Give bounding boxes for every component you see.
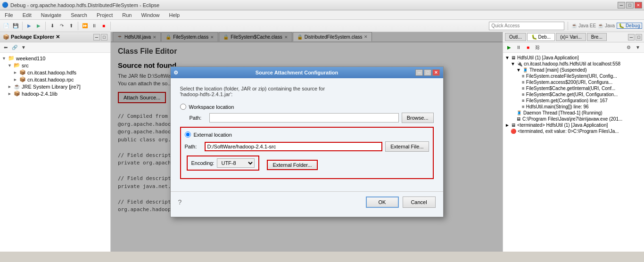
debug-label-frame-3: FileSystem$Cache.getInternal(URI, Conf..…: [526, 86, 616, 91]
menu-file[interactable]: File: [2, 11, 16, 19]
title-text: 🔵 Debug - org.apache.hadoop.hdfs.Distrib…: [2, 2, 159, 8]
tree-item-jre[interactable]: ► ☕ JRE System Library [jre7]: [2, 83, 108, 90]
ok-button[interactable]: OK: [366, 196, 399, 208]
modal-overlay: ⚙ Source Attachment Configuration ─ □ ✕ …: [111, 32, 503, 252]
debug-button[interactable]: ▶: [25, 22, 33, 30]
disconnect-debug-button[interactable]: ⛓: [533, 43, 542, 52]
encoding-select[interactable]: UTF-8 UTF-16 ISO-8859-1: [217, 158, 255, 168]
workspace-radio-row: Workspace location: [180, 104, 434, 110]
debug-label-term-detail: <terminated, exit value: 0>C:\Program Fi…: [518, 129, 619, 134]
workspace-radio[interactable]: [180, 104, 186, 110]
collapse-all-button[interactable]: ⬅: [1, 43, 10, 52]
modal-controls[interactable]: ─ □ ✕: [415, 69, 440, 76]
package-icon-rpc: 📦: [19, 76, 26, 82]
menu-help[interactable]: Help: [166, 11, 183, 19]
tree-item-src[interactable]: ▼ 📂 src: [2, 62, 108, 69]
debug-label-daemon: Daemon Thread [Thread-1] (Running): [523, 110, 603, 115]
new-button[interactable]: 📄: [2, 22, 10, 30]
tab-outline[interactable]: Outl...: [505, 33, 526, 41]
debug-label-frame-1: FileSystem.createFileSystem(URI, Config.…: [526, 74, 617, 79]
debug-item-terminated[interactable]: ► 🖥 <terminated> HdfsUtil (1) [Java Appl…: [505, 122, 642, 128]
menu-search[interactable]: Search: [68, 11, 90, 19]
debug-item-frame-4[interactable]: ≡ FileSystem$Cache.get(URI, Configuratio…: [505, 91, 642, 98]
debug-item-thread-daemon[interactable]: 🧵 Daemon Thread [Thread-1] (Running): [505, 110, 642, 116]
external-radio[interactable]: [185, 131, 191, 138]
window-controls[interactable]: ─ □ ✕: [618, 2, 642, 8]
menu-navigate[interactable]: Navigate: [38, 11, 64, 19]
external-radio-row: External location: [185, 131, 429, 138]
minimize-panel-button[interactable]: ─: [93, 34, 100, 41]
panel-min-max[interactable]: ─ □: [628, 34, 642, 41]
help-icon[interactable]: ?: [178, 198, 182, 206]
save-button[interactable]: 💾: [11, 22, 20, 30]
suspend-debug-button[interactable]: ⏸: [514, 43, 523, 52]
tab-variables[interactable]: (x)= Vari...: [556, 33, 586, 41]
tree-item-hdfs[interactable]: ► 📦 cn.itcast.hadoop.hdfs: [2, 69, 108, 76]
maximize-button[interactable]: □: [626, 2, 634, 8]
debug-item-frame-1[interactable]: ≡ FileSystem.createFileSystem(URI, Confi…: [505, 73, 642, 79]
workspace-label: Workspace location: [189, 104, 234, 110]
suspend-button[interactable]: ⏸: [90, 22, 99, 30]
java-ee-perspective[interactable]: ☕ Java EE: [571, 23, 596, 28]
modal-close[interactable]: ✕: [432, 69, 440, 76]
tab-breakpoints[interactable]: Bre...: [587, 33, 607, 41]
menu-edit[interactable]: Edit: [20, 11, 34, 19]
external-path-input[interactable]: [205, 142, 383, 151]
debug-item-frame-5[interactable]: ≡ FileSystem.get(Configuration) line: 16…: [505, 98, 642, 104]
workspace-path-input[interactable]: [209, 113, 399, 123]
browse-button[interactable]: Browse...: [402, 113, 434, 123]
tab-debug[interactable]: 🐛 Deb...: [527, 33, 555, 41]
frame-icon-2: ≡: [522, 80, 525, 85]
debug-label-conn: cn.itcast.hadoop.hdfs.HdfsUtil at localh…: [524, 61, 620, 66]
menu-window[interactable]: Window: [138, 11, 162, 19]
maximize-panel-button[interactable]: □: [101, 34, 107, 41]
external-file-button[interactable]: External File...: [385, 141, 429, 152]
close-button[interactable]: ✕: [635, 2, 642, 8]
quick-access-input[interactable]: [489, 22, 564, 30]
view-menu-button[interactable]: ▼: [19, 43, 28, 52]
step-into[interactable]: ⬇: [48, 22, 57, 30]
resume-button[interactable]: ⏩: [81, 22, 89, 30]
debug-item-frame-3[interactable]: ≡ FileSystem$Cache.getInternal(URI, Conf…: [505, 85, 642, 91]
modal-maximize[interactable]: □: [424, 69, 431, 76]
frame-icon-4: ≡: [522, 92, 525, 97]
view-menu-debug-button[interactable]: ▼: [634, 43, 642, 52]
tree-item-weekend110[interactable]: ▼ 📁 weekend110: [2, 55, 108, 62]
menu-run[interactable]: Run: [119, 11, 134, 19]
debug-perspective[interactable]: 🐛 Debug: [617, 23, 642, 29]
debug-label-frame-6: HdfsUtil.main(String[]) line: 96: [526, 104, 589, 109]
tree-item-rpc[interactable]: ► 📦 cn.itcast.hadoop.rpc: [2, 76, 108, 83]
terminate-button[interactable]: ■: [99, 22, 108, 30]
package-explorer-header: 📦 Package Explorer ✕ ─ □: [0, 32, 110, 42]
right-maximize-button[interactable]: □: [636, 34, 642, 41]
step-return[interactable]: ⬆: [67, 22, 75, 30]
frame-icon-3: ≡: [522, 86, 525, 91]
toolbar-sep-5: [568, 22, 568, 30]
external-folder-button[interactable]: External Folder...: [267, 160, 317, 170]
debug-item-connection[interactable]: ▼ 🔌 cn.itcast.hadoop.hdfs.HdfsUtil at lo…: [505, 61, 642, 67]
run-button[interactable]: ▶: [34, 22, 43, 30]
minimize-button[interactable]: ─: [618, 2, 625, 8]
link-editor-button[interactable]: 🔗: [10, 43, 19, 52]
package-explorer-panel: 📦 Package Explorer ✕ ─ □ ⬅ 🔗 ▼ ▼ 📁 weeke…: [0, 32, 111, 252]
modal-minimize[interactable]: ─: [415, 69, 423, 76]
debug-item-frame-6[interactable]: ≡ HdfsUtil.main(String[]) line: 96: [505, 104, 642, 110]
menu-project[interactable]: Project: [94, 11, 116, 19]
src-icon: 📂: [14, 62, 20, 68]
right-minimize-button[interactable]: ─: [628, 34, 635, 41]
workspace-path-label: Path:: [190, 115, 206, 121]
resume-debug-button[interactable]: ▶: [505, 43, 513, 52]
settings-debug-button[interactable]: ⚙: [624, 43, 633, 52]
cancel-button[interactable]: Cancel: [403, 196, 436, 208]
debug-item-frame-2[interactable]: ≡ FileSystem.access$200(URI, Configura..…: [505, 79, 642, 85]
step-over[interactable]: ↷: [58, 22, 66, 30]
debug-item-thread-main[interactable]: ▼ 🧵 Thread [main] (Suspended): [505, 67, 642, 73]
debug-item-process[interactable]: 🖥 C:\Program Files\Java\jre7\bin\javaw.e…: [505, 116, 642, 122]
debug-item-term-detail[interactable]: 🔴 <terminated, exit value: 0>C:\Program …: [505, 128, 642, 134]
java-perspective[interactable]: ☕ Java: [598, 23, 615, 28]
terminate-debug-button[interactable]: ■: [524, 43, 532, 52]
debug-item-hdfsutil[interactable]: ▼ 🖥 HdfsUtil (1) [Java Application]: [505, 55, 642, 61]
panel-controls[interactable]: ─ □: [93, 34, 107, 41]
encoding-label: Encoding:: [191, 160, 215, 166]
tree-item-hadoop[interactable]: ► 📦 hadoop-2.4.1lib: [2, 90, 108, 97]
